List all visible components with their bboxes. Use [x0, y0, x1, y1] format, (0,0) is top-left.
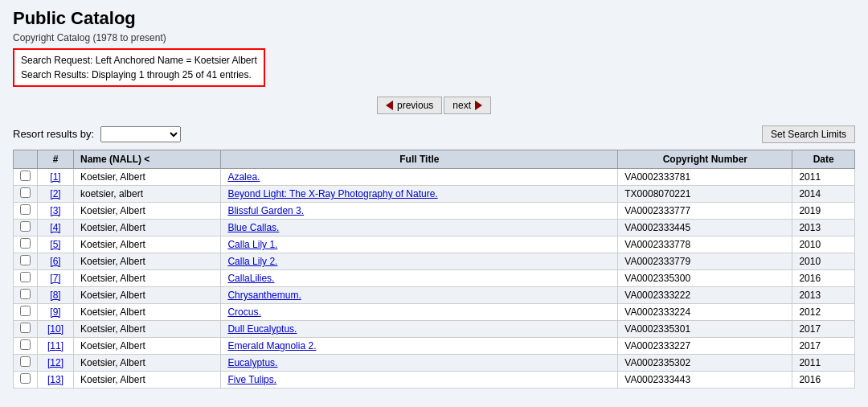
row-title-link[interactable]: Dull Eucalyptus.: [227, 323, 297, 335]
row-copyright: VA0002333778: [618, 236, 792, 253]
next-button[interactable]: next: [444, 97, 491, 114]
row-title-link[interactable]: Beyond Light: The X-Ray Photography of N…: [227, 188, 437, 199]
table-row: [2] koetsier, albert Beyond Light: The X…: [14, 186, 855, 203]
row-num-link[interactable]: [9]: [50, 306, 60, 318]
row-num-link[interactable]: [13]: [47, 374, 63, 385]
row-num-link[interactable]: [11]: [47, 340, 63, 352]
next-arrow-icon: [475, 101, 482, 110]
pagination-area: previous next: [13, 97, 855, 114]
row-title: CallaLilies.: [221, 270, 618, 287]
row-num-link[interactable]: [1]: [50, 171, 60, 183]
previous-button[interactable]: previous: [377, 97, 442, 114]
row-name: Koetsier, Albert: [74, 321, 221, 338]
table-row: [1] Koetsier, Albert Azalea. VA000233378…: [14, 169, 855, 186]
page-title: Public Catalog: [13, 8, 855, 29]
row-name: Koetsier, Albert: [74, 287, 221, 304]
results-table: # Name (NALL) < Full Title Copyright Num…: [13, 150, 855, 388]
set-search-limits-button[interactable]: Set Search Limits: [762, 125, 855, 143]
table-row: [6] Koetsier, Albert Calla Lily 2. VA000…: [14, 253, 855, 270]
row-checkbox[interactable]: [20, 323, 31, 333]
row-checkbox[interactable]: [20, 356, 31, 367]
row-name: Koetsier, Albert: [74, 338, 221, 355]
table-row: [13] Koetsier, Albert Five Tulips. VA000…: [14, 372, 855, 388]
resort-label: Resort results by:: [13, 128, 94, 140]
row-title-link[interactable]: Blue Callas.: [227, 222, 279, 233]
row-title-link[interactable]: Eucalyptus.: [227, 357, 277, 368]
table-row: [10] Koetsier, Albert Dull Eucalyptus. V…: [14, 321, 855, 338]
row-copyright: VA0002333443: [618, 372, 792, 388]
row-checkbox-cell: [14, 287, 38, 304]
row-title-link[interactable]: Chrysanthemum.: [227, 290, 301, 301]
previous-arrow-icon: [386, 101, 393, 110]
search-results-line: Search Results: Displaying 1 through 25 …: [21, 68, 257, 82]
row-num-link[interactable]: [5]: [50, 239, 60, 250]
row-title-link[interactable]: Calla Lily 1.: [227, 239, 277, 250]
row-num-link[interactable]: [6]: [50, 256, 60, 267]
table-row: [9] Koetsier, Albert Crocus. VA000233322…: [14, 304, 855, 321]
row-checkbox[interactable]: [20, 339, 31, 350]
row-checkbox[interactable]: [20, 238, 31, 249]
row-num: [10]: [38, 321, 74, 338]
row-title-link[interactable]: Five Tulips.: [227, 374, 276, 385]
search-info-box: Search Request: Left Anchored Name = Koe…: [13, 48, 265, 87]
row-num-link[interactable]: [10]: [47, 323, 63, 335]
row-checkbox[interactable]: [20, 306, 31, 316]
row-title: Five Tulips.: [221, 372, 618, 388]
row-date: 2010: [792, 236, 855, 253]
row-checkbox[interactable]: [20, 187, 31, 198]
row-date: 2019: [792, 203, 855, 220]
table-row: [5] Koetsier, Albert Calla Lily 1. VA000…: [14, 236, 855, 253]
col-copyright: Copyright Number: [618, 150, 792, 169]
row-date: 2017: [792, 321, 855, 338]
row-checkbox[interactable]: [20, 171, 31, 181]
row-copyright: VA0002333781: [618, 169, 792, 186]
search-request-line: Search Request: Left Anchored Name = Koe…: [21, 53, 257, 68]
row-checkbox-cell: [14, 203, 38, 220]
row-checkbox[interactable]: [20, 221, 31, 232]
row-num-link[interactable]: [3]: [50, 205, 60, 216]
resort-select[interactable]: [100, 126, 181, 142]
row-num-link[interactable]: [2]: [50, 188, 60, 199]
row-num-link[interactable]: [12]: [47, 357, 63, 368]
row-title-link[interactable]: Crocus.: [227, 306, 260, 318]
row-checkbox[interactable]: [20, 289, 31, 299]
row-copyright: VA0002335300: [618, 270, 792, 287]
row-copyright: VA0002335301: [618, 321, 792, 338]
row-name: Koetsier, Albert: [74, 270, 221, 287]
row-checkbox-cell: [14, 355, 38, 372]
row-title-link[interactable]: CallaLilies.: [227, 273, 274, 284]
row-title: Beyond Light: The X-Ray Photography of N…: [221, 186, 618, 203]
row-copyright: VA0002333227: [618, 338, 792, 355]
row-date: 2016: [792, 270, 855, 287]
row-copyright: VA0002333222: [618, 287, 792, 304]
row-checkbox-cell: [14, 220, 38, 236]
row-name: Koetsier, Albert: [74, 304, 221, 321]
table-header-row: # Name (NALL) < Full Title Copyright Num…: [14, 150, 855, 169]
row-title-link[interactable]: Emerald Magnolia 2.: [227, 340, 316, 352]
row-title: Azalea.: [221, 169, 618, 186]
row-title-link[interactable]: Azalea.: [227, 171, 260, 183]
row-checkbox[interactable]: [20, 204, 31, 215]
table-row: [3] Koetsier, Albert Blissful Garden 3. …: [14, 203, 855, 220]
row-title-link[interactable]: Blissful Garden 3.: [227, 205, 304, 216]
row-num: [2]: [38, 186, 74, 203]
row-num-link[interactable]: [7]: [50, 273, 60, 284]
controls-row: Resort results by: Set Search Limits: [13, 125, 855, 143]
row-copyright: VA0002333445: [618, 220, 792, 236]
row-name: Koetsier, Albert: [74, 253, 221, 270]
row-date: 2011: [792, 169, 855, 186]
row-checkbox-cell: [14, 169, 38, 186]
row-num-link[interactable]: [4]: [50, 222, 60, 233]
row-checkbox[interactable]: [20, 272, 31, 282]
row-num: [7]: [38, 270, 74, 287]
row-num: [8]: [38, 287, 74, 304]
row-checkbox[interactable]: [20, 373, 31, 384]
row-date: 2017: [792, 338, 855, 355]
row-num-link[interactable]: [8]: [50, 290, 60, 301]
row-title-link[interactable]: Calla Lily 2.: [227, 256, 277, 267]
row-num: [11]: [38, 338, 74, 355]
row-checkbox[interactable]: [20, 255, 31, 265]
row-num: [4]: [38, 220, 74, 236]
next-label: next: [452, 100, 471, 111]
row-title: Calla Lily 2.: [221, 253, 618, 270]
